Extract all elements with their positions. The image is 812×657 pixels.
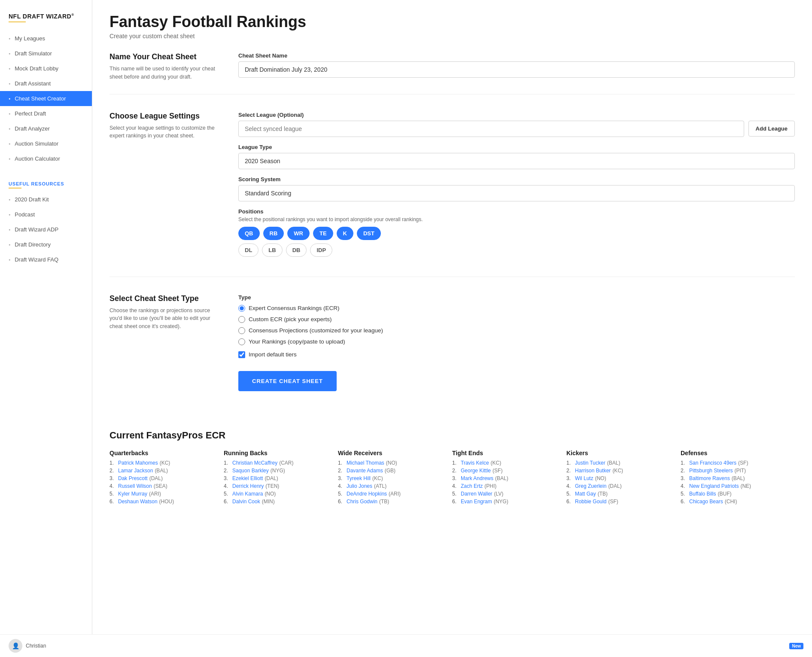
import-tiers-checkbox[interactable] [238,351,245,358]
player-name[interactable]: New England Patriots [689,483,739,489]
player-name[interactable]: Travis Kelce [461,460,489,466]
sidebar-resource-label-draft-directory[interactable]: Draft Directory [0,237,92,252]
player-name[interactable]: San Francisco 49ers [689,460,736,466]
type-option-ecr[interactable]: Expert Consensus Rankings (ECR) [238,305,795,312]
sidebar-resource-draft-wizard-adp[interactable]: Draft Wizard ADP [0,222,92,237]
sidebar-item-draft-analyzer[interactable]: Draft Analyzer [0,121,92,136]
sidebar-item-label-auction-simulator[interactable]: Auction Simulator [0,136,92,151]
type-option-custom-ecr[interactable]: Custom ECR (pick your experts) [238,316,795,323]
type-option-consensus-proj[interactable]: Consensus Projections (customized for yo… [238,327,795,334]
player-name[interactable]: Buffalo Bills [689,491,716,497]
sidebar-item-my-leagues[interactable]: My Leagues [0,31,92,46]
sidebar-resource-label-2020-draft-kit[interactable]: 2020 Draft Kit [0,192,92,207]
sidebar-item-label-my-leagues[interactable]: My Leagues [0,31,92,46]
player-name[interactable]: Darren Waller [461,491,493,497]
player-team: (NYG) [494,499,508,505]
create-cheat-sheet-button[interactable]: CREATE CHEAT SHEET [238,371,337,391]
sidebar-resource-draft-directory[interactable]: Draft Directory [0,237,92,252]
player-name[interactable]: Chicago Bears [689,499,723,505]
player-rank: 5. [681,491,687,497]
sidebar-item-label-auction-calculator[interactable]: Auction Calculator [0,151,92,166]
scoring-system-input[interactable] [238,185,795,201]
player-name[interactable]: Evan Engram [461,499,492,505]
type-radio-consensus-proj[interactable] [238,327,245,334]
position-btn-DL[interactable]: DL [238,243,259,257]
type-radio-your-rankings[interactable] [238,338,245,345]
position-btn-IDP[interactable]: IDP [310,243,332,257]
player-name[interactable]: Dalvin Cook [232,499,260,505]
player-name[interactable]: Mark Andrews [461,475,493,481]
sidebar-item-label-draft-simulator[interactable]: Draft Simulator [0,46,92,61]
sidebar-resource-label-draft-wizard-faq[interactable]: Draft Wizard FAQ [0,252,92,267]
sidebar-item-label-draft-analyzer[interactable]: Draft Analyzer [0,121,92,136]
player-rank: 6. [109,499,116,505]
league-type-input[interactable] [238,153,795,169]
player-name[interactable]: Derrick Henry [232,483,264,489]
sidebar-item-perfect-draft[interactable]: Perfect Draft [0,106,92,121]
player-name[interactable]: George Kittle [461,468,491,474]
player-name[interactable]: Michael Thomas [347,460,384,466]
sidebar-item-label-cheat-sheet-creator[interactable]: Cheat Sheet Creator [0,91,92,106]
type-option-your-rankings[interactable]: Your Rankings (copy/paste to upload) [238,338,795,345]
player-name[interactable]: Christian McCaffrey [232,460,277,466]
player-name[interactable]: Chris Godwin [347,499,377,505]
player-rank: 5. [452,491,459,497]
player-name[interactable]: Dak Prescott [118,475,148,481]
player-name[interactable]: Alvin Kamara [232,491,263,497]
player-name[interactable]: Wil Lutz [575,475,593,481]
import-tiers-option[interactable]: Import default tiers [238,351,795,358]
ecr-list: 1. Justin Tucker (BAL)2. Harrison Butker… [566,460,676,505]
player-name[interactable]: Harrison Butker [575,468,611,474]
add-league-button[interactable]: Add League [748,121,795,137]
position-btn-WR[interactable]: WR [287,227,310,240]
player-team: (DAL) [608,483,621,489]
type-radio-custom-ecr[interactable] [238,316,245,323]
player-name[interactable]: Matt Gay [575,491,596,497]
player-name[interactable]: Robbie Gould [575,499,606,505]
sidebar-item-auction-simulator[interactable]: Auction Simulator [0,136,92,151]
position-btn-DST[interactable]: DST [357,227,381,240]
position-btn-TE[interactable]: TE [313,227,333,240]
player-name[interactable]: Patrick Mahomes [118,460,158,466]
player-name[interactable]: Pittsburgh Steelers [689,468,733,474]
sidebar-item-cheat-sheet-creator[interactable]: Cheat Sheet Creator [0,91,92,106]
player-name[interactable]: Greg Zuerlein [575,483,606,489]
sidebar-item-label-perfect-draft[interactable]: Perfect Draft [0,106,92,121]
player-name[interactable]: Justin Tucker [575,460,605,466]
player-name[interactable]: Davante Adams [347,468,383,474]
player-name[interactable]: Julio Jones [347,483,372,489]
select-league-label: Select League (Optional) [238,112,795,118]
player-name[interactable]: Russell Wilson [118,483,152,489]
type-radio-ecr[interactable] [238,305,245,312]
player-name[interactable]: Saquon Barkley [232,468,269,474]
position-btn-K[interactable]: K [337,227,353,240]
position-btn-QB[interactable]: QB [238,227,260,240]
sidebar-resource-label-draft-wizard-adp[interactable]: Draft Wizard ADP [0,222,92,237]
sidebar-item-label-mock-draft-lobby[interactable]: Mock Draft Lobby [0,61,92,76]
sidebar-resource-draft-wizard-faq[interactable]: Draft Wizard FAQ [0,252,92,267]
player-team: (PHI) [484,483,496,489]
sidebar-resource-podcast[interactable]: Podcast [0,207,92,222]
sidebar-item-label-draft-assistant[interactable]: Draft Assistant [0,76,92,91]
position-btn-LB[interactable]: LB [262,243,282,257]
sidebar-item-draft-assistant[interactable]: Draft Assistant [0,76,92,91]
cheat-sheet-name-input[interactable] [238,61,795,78]
player-name[interactable]: DeAndre Hopkins [347,491,387,497]
player-name[interactable]: Ezekiel Elliott [232,475,263,481]
sidebar-resource-2020-draft-kit[interactable]: 2020 Draft Kit [0,192,92,207]
player-rank: 5. [224,491,231,497]
select-synced-league-input[interactable] [238,121,744,137]
player-name[interactable]: Lamar Jackson [118,468,153,474]
sidebar-item-auction-calculator[interactable]: Auction Calculator [0,151,92,166]
sidebar-resource-label-podcast[interactable]: Podcast [0,207,92,222]
player-name[interactable]: Tyreek Hill [347,475,371,481]
position-btn-RB[interactable]: RB [263,227,284,240]
player-name[interactable]: Baltimore Ravens [689,475,730,481]
player-name[interactable]: Deshaun Watson [118,499,158,505]
position-btn-DB[interactable]: DB [286,243,307,257]
sidebar-item-draft-simulator[interactable]: Draft Simulator [0,46,92,61]
list-item: 6. Chicago Bears (CHI) [681,499,791,505]
player-name[interactable]: Zach Ertz [461,483,483,489]
player-name[interactable]: Kyler Murray [118,491,147,497]
sidebar-item-mock-draft-lobby[interactable]: Mock Draft Lobby [0,61,92,76]
